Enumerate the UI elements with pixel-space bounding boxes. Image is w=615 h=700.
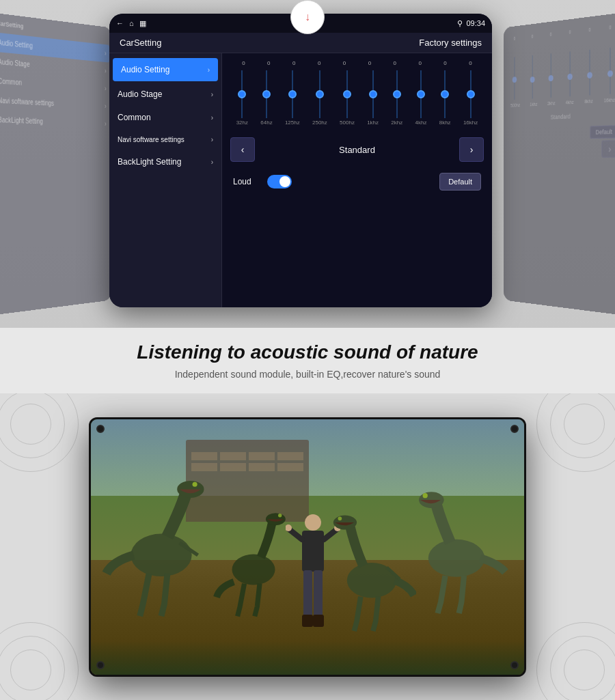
sound-wave-bl-1 bbox=[10, 649, 51, 690]
ghost-eq-bar-2 bbox=[532, 55, 533, 98]
left-ghost-screen: CarSetting Audio Setting› Audio Stage› C… bbox=[0, 12, 111, 316]
eq-bar-250hz: 250hz bbox=[312, 70, 327, 126]
location-icon: ⚲ bbox=[457, 19, 463, 28]
eq-bars: 32hz 64hz 125hz 250hz bbox=[228, 74, 487, 129]
dino-left bbox=[100, 458, 223, 628]
chevron-left-icon: ‹ bbox=[241, 144, 245, 155]
dino-center-right bbox=[327, 496, 416, 632]
loud-row: Loud Default bbox=[228, 170, 487, 193]
preset-label: Standard bbox=[260, 145, 454, 155]
eq-bar-16khz: 16khz bbox=[463, 70, 478, 126]
chevron-icon-stage: › bbox=[211, 91, 213, 98]
svg-point-0 bbox=[131, 534, 191, 577]
ghost-eq-bar-4 bbox=[570, 52, 571, 97]
chevron-icon-backlight: › bbox=[211, 158, 213, 166]
eq-bar-32hz: 32hz bbox=[236, 70, 248, 126]
ghost-eq-bar-3 bbox=[551, 53, 551, 98]
status-bar-icons: ← ⌂ ▦ bbox=[116, 19, 146, 28]
svg-point-2 bbox=[192, 482, 197, 487]
sidebar-item-audio-setting[interactable]: Audio Setting › bbox=[113, 58, 218, 81]
sidebar-item-navi[interactable]: Navi software settings › bbox=[109, 129, 221, 150]
sound-wave-tr-2 bbox=[550, 393, 615, 458]
sidebar-item-common[interactable]: Common › bbox=[109, 106, 221, 129]
center-screen: ← ⌂ ▦ ⚲ 09:34 CarSetting Factory setting… bbox=[109, 14, 492, 307]
loud-toggle[interactable] bbox=[267, 175, 292, 188]
ghost-eq-bar-6 bbox=[610, 48, 611, 94]
svg-point-5 bbox=[422, 493, 427, 498]
app-bar: CarSetting Factory settings bbox=[109, 33, 492, 53]
apps-icon[interactable]: ▦ bbox=[139, 19, 146, 28]
device-left-button bbox=[89, 496, 91, 523]
sound-wave-br-3 bbox=[536, 622, 615, 700]
sound-wave-tr-1 bbox=[564, 404, 605, 445]
preset-controls: ‹ Standard › bbox=[228, 135, 487, 165]
next-preset-button[interactable]: › bbox=[459, 137, 484, 162]
down-arrow-container: ↓ bbox=[290, 0, 325, 34]
sub-title: Independent sound module, built-in EQ,re… bbox=[7, 369, 608, 380]
ghost-preset: Standard bbox=[506, 111, 615, 122]
mount-hole-bl bbox=[96, 661, 105, 669]
device-screen bbox=[91, 419, 524, 675]
chevron-right-icon: › bbox=[470, 144, 474, 155]
back-icon[interactable]: ← bbox=[116, 19, 124, 27]
svg-rect-14 bbox=[314, 570, 323, 618]
ghost-default-btn: Default bbox=[590, 125, 615, 139]
eq-bar-2khz: 2khz bbox=[391, 70, 402, 126]
arrow-down-icon: ↓ bbox=[305, 11, 310, 23]
svg-rect-15 bbox=[302, 615, 313, 627]
svg-rect-10 bbox=[302, 531, 324, 572]
sound-wave-br-2 bbox=[550, 636, 615, 700]
prev-preset-button[interactable]: ‹ bbox=[230, 137, 255, 162]
chevron-icon-audio: › bbox=[208, 66, 210, 74]
mount-hole-br bbox=[510, 661, 519, 669]
sound-wave-tr-3 bbox=[536, 393, 615, 472]
svg-point-6 bbox=[232, 555, 275, 585]
chevron-icon-common: › bbox=[211, 114, 213, 122]
toggle-circle bbox=[279, 176, 290, 187]
sidebar: Audio Setting › Audio Stage › Common › N… bbox=[109, 53, 222, 307]
home-icon[interactable]: ⌂ bbox=[129, 19, 134, 27]
device-right-button bbox=[524, 496, 526, 523]
dino-center-left bbox=[213, 496, 295, 619]
time-display: 09:34 bbox=[466, 19, 485, 27]
ghost-eq-bar-5 bbox=[590, 50, 590, 96]
svg-point-8 bbox=[278, 514, 282, 517]
device-frame bbox=[89, 417, 526, 677]
loud-label: Loud bbox=[233, 177, 260, 186]
bottom-section bbox=[0, 393, 615, 700]
eq-bar-500hz: 500hz bbox=[340, 70, 355, 126]
sidebar-item-backlight[interactable]: BackLight Setting › bbox=[109, 150, 221, 173]
sound-wave-bl-2 bbox=[0, 636, 65, 700]
main-title: Listening to acoustic sound of nature bbox=[7, 341, 608, 363]
text-section: Listening to acoustic sound of nature In… bbox=[0, 328, 615, 393]
default-button[interactable]: Default bbox=[439, 173, 481, 191]
sound-wave-tl-1 bbox=[10, 404, 51, 445]
dino-right bbox=[402, 471, 511, 621]
sound-wave-tl-3 bbox=[0, 393, 79, 472]
chevron-icon-navi: › bbox=[211, 136, 213, 143]
content-area: 0 0 0 0 0 0 0 0 0 0 32hz bbox=[222, 53, 492, 307]
eq-bar-1khz: 1khz bbox=[367, 70, 379, 126]
right-ghost-screen: 000000 500hz 1khz 2khz 4khz 8khz 16khz S… bbox=[504, 12, 615, 316]
sound-wave-br-1 bbox=[564, 649, 605, 690]
factory-settings-label: Factory settings bbox=[419, 38, 482, 48]
top-section: ↓ CarSetting Audio Setting› Audio Stage›… bbox=[0, 0, 615, 328]
eq-bar-125hz: 125hz bbox=[285, 70, 300, 126]
svg-point-18 bbox=[333, 516, 356, 530]
svg-point-19 bbox=[338, 517, 342, 521]
eq-bar-4khz: 4khz bbox=[415, 70, 427, 126]
eq-bar-64hz: 64hz bbox=[260, 70, 272, 126]
svg-point-9 bbox=[305, 514, 321, 531]
status-right: ⚲ 09:34 bbox=[457, 19, 485, 28]
eq-top-values: 0 0 0 0 0 0 0 0 0 0 bbox=[228, 59, 487, 69]
ground-overlay bbox=[91, 641, 524, 675]
svg-point-3 bbox=[428, 540, 485, 577]
svg-rect-16 bbox=[313, 615, 324, 627]
ghost-eq-bar-1 bbox=[515, 57, 515, 100]
main-content: Audio Setting › Audio Stage › Common › N… bbox=[109, 53, 492, 307]
mount-hole-tr bbox=[510, 425, 519, 433]
eq-bar-8khz: 8khz bbox=[439, 70, 451, 126]
sound-wave-tl-2 bbox=[0, 393, 65, 458]
sidebar-item-audio-stage[interactable]: Audio Stage › bbox=[109, 83, 221, 106]
sound-wave-bl-3 bbox=[0, 622, 79, 700]
